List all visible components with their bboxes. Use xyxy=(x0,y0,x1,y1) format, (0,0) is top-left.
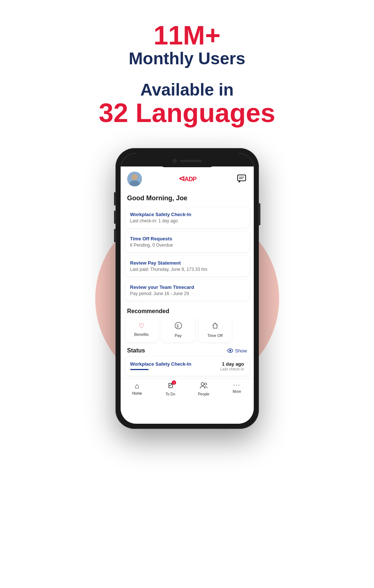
card-2-subtitle: 6 Pending, 0 Overdue xyxy=(130,243,244,248)
svg-text:$: $ xyxy=(177,324,179,328)
card-2-title: Time Off Requests xyxy=(130,236,244,241)
status-card-title: Workplace Safety Check-In xyxy=(130,361,192,367)
app-content: ⊲ ADP Good Morning, Joe xyxy=(121,166,254,424)
notch xyxy=(158,155,217,167)
headline-section: 11M+ Monthly Users Available in 32 Langu… xyxy=(99,22,275,126)
svg-point-12 xyxy=(229,350,231,352)
todo-badge: ! xyxy=(172,380,176,385)
status-header: Status Show xyxy=(121,346,254,357)
nav-home[interactable]: ⌂ Home xyxy=(121,382,154,396)
card-2[interactable]: Time Off Requests 6 Pending, 0 Overdue xyxy=(125,232,249,252)
status-title: Status xyxy=(127,347,145,354)
more-label: More xyxy=(233,390,241,394)
card-3-subtitle: Last paid: Thursday, June 9, 173.33 hrs xyxy=(130,267,244,272)
avatar-face xyxy=(127,172,142,186)
show-label: Show xyxy=(235,348,247,354)
svg-text:ADP: ADP xyxy=(184,176,196,182)
status-card-left: Workplace Safety Check-In xyxy=(130,361,192,370)
card-1[interactable]: Workplace Safety Check-In Last check-in:… xyxy=(125,207,249,228)
recommended-title: Recommended xyxy=(121,304,254,318)
pay-icon: $ xyxy=(175,322,182,331)
timeoff-icon xyxy=(211,322,219,331)
card-4-subtitle: Pay period: June 16 - June 29 xyxy=(130,291,244,296)
timeoff-label: Time Off xyxy=(207,333,223,338)
svg-point-14 xyxy=(204,383,207,385)
rec-benefits[interactable]: ♡ Benefits xyxy=(125,318,158,342)
card-4[interactable]: Review your Team Timecard Pay period: Ju… xyxy=(125,280,249,301)
monthly-users-number: 11M+ xyxy=(99,22,275,49)
todo-icon: ! xyxy=(167,382,174,391)
card-1-title: Workplace Safety Check-In xyxy=(130,212,244,217)
phone-screen: ⊲ ADP Good Morning, Joe xyxy=(121,153,254,424)
home-label: Home xyxy=(132,391,142,395)
rec-pay[interactable]: $ Pay xyxy=(162,318,195,342)
monthly-users-label: Monthly Users xyxy=(99,49,275,69)
pay-label: Pay xyxy=(175,333,182,338)
adp-logo: ⊲ ADP xyxy=(178,174,200,184)
todo-label: To Do xyxy=(165,392,175,396)
notch-speaker xyxy=(180,160,202,162)
available-label: Available in xyxy=(99,80,275,100)
avatar[interactable] xyxy=(127,172,142,186)
nav-more[interactable]: ··· More xyxy=(220,382,254,396)
people-icon xyxy=(200,382,208,391)
svg-rect-5 xyxy=(238,175,246,181)
card-4-title: Review your Team Timecard xyxy=(130,284,244,290)
svg-point-1 xyxy=(132,174,138,180)
app-header: ⊲ ADP xyxy=(121,166,254,191)
card-1-subtitle: Last check-in: 1 day ago xyxy=(130,218,244,223)
status-progress-bar xyxy=(130,369,149,370)
home-icon: ⌂ xyxy=(135,382,139,390)
languages-number: 32 Languages xyxy=(99,100,275,126)
nav-people[interactable]: People xyxy=(187,382,221,396)
status-card[interactable]: Workplace Safety Check-In 1 day ago Last… xyxy=(125,357,249,376)
svg-point-13 xyxy=(201,383,204,386)
nav-todo[interactable]: ! To Do xyxy=(154,382,187,396)
status-time: 1 day ago xyxy=(220,361,244,367)
benefits-label: Benefits xyxy=(134,332,149,337)
notch-area xyxy=(121,153,254,166)
status-label: Last check-in xyxy=(220,367,244,371)
more-icon: ··· xyxy=(234,382,241,388)
svg-marker-8 xyxy=(239,181,241,183)
greeting: Good Morning, Joe xyxy=(121,191,254,207)
notch-camera xyxy=(172,159,177,163)
rec-timeoff[interactable]: Time Off xyxy=(199,318,232,342)
bottom-nav: ⌂ Home ! To Do xyxy=(121,379,254,398)
phone-frame: ⊲ ADP Good Morning, Joe xyxy=(115,148,259,429)
card-3[interactable]: Review Pay Statement Last paid: Thursday… xyxy=(125,256,249,276)
benefits-icon: ♡ xyxy=(139,322,145,330)
svg-text:⊲: ⊲ xyxy=(178,174,185,183)
recommended-row: ♡ Benefits $ Pay xyxy=(121,318,254,346)
people-label: People xyxy=(198,392,209,396)
card-3-title: Review Pay Statement xyxy=(130,260,244,266)
chat-icon[interactable] xyxy=(237,174,247,184)
phone-wrapper: ⊲ ADP Good Morning, Joe xyxy=(84,148,290,429)
status-show-btn[interactable]: Show xyxy=(227,348,247,354)
status-card-right: 1 day ago Last check-in xyxy=(220,361,244,371)
